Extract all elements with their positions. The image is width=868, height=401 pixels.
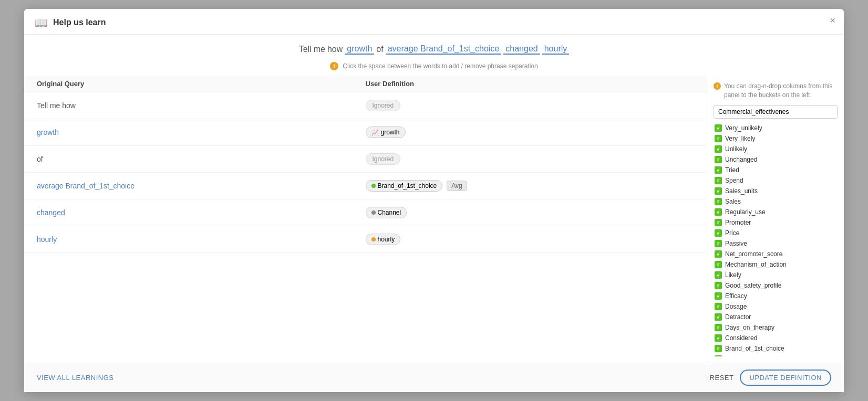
list-item[interactable]: #Very_likely (714, 133, 838, 144)
table-row: Tell me how Ignored (24, 92, 707, 119)
list-item[interactable]: #Good_safety_profile (714, 280, 838, 291)
column-name: Very_likely (725, 135, 755, 142)
list-item[interactable]: #Sales_units (714, 186, 838, 196)
original-text-changed: changed (37, 208, 366, 217)
trend-icon: 📈 (371, 129, 379, 136)
reset-button[interactable]: RESET (710, 374, 734, 382)
modal-overlay: 📖 Help us learn × Tell me how growth of … (0, 0, 868, 401)
modal-header: 📖 Help us learn × (24, 9, 844, 35)
query-chip-changed[interactable]: changed (503, 44, 540, 55)
list-item[interactable]: #Aware (714, 354, 838, 356)
list-item[interactable]: #Sales (714, 196, 838, 207)
list-item[interactable]: #Unchanged (714, 154, 838, 165)
col-type-icon: # (715, 334, 722, 342)
query-chip-brand[interactable]: average Brand_of_1st_choice (386, 44, 502, 55)
def-tag-label-hourly: hourly (378, 236, 395, 243)
col-type-icon: # (715, 177, 722, 184)
column-name: Brand_of_1st_choice (725, 345, 784, 352)
list-item[interactable]: #Tried (714, 165, 838, 175)
list-item[interactable]: #Promoter (714, 217, 838, 228)
list-item[interactable]: #Net_promoter_score (714, 249, 838, 259)
list-item[interactable]: #Detractor (714, 312, 838, 322)
original-text-of: of (37, 155, 366, 163)
def-tag-label-changed: Channel (378, 209, 401, 216)
table-row-of: of Ignored (24, 146, 707, 173)
list-item[interactable]: #Regularly_use (714, 207, 838, 217)
def-tag-growth[interactable]: 📈 growth (366, 126, 406, 138)
query-word-of: of (376, 45, 383, 54)
list-item[interactable]: #Efficacy (714, 291, 838, 301)
modal-body: Original Query User Definition Tell me h… (24, 76, 844, 363)
column-search-input[interactable] (714, 105, 838, 119)
column-name: Net_promoter_score (725, 250, 782, 258)
list-item[interactable]: #Unlikely (714, 144, 838, 154)
col-original-header: Original Query (37, 80, 366, 88)
col-type-icon: # (715, 229, 722, 237)
list-item[interactable]: #Dosage (714, 301, 838, 312)
list-item[interactable]: #Very_unlikely (714, 123, 838, 133)
col-type-icon: # (715, 187, 722, 195)
col-type-icon: # (715, 345, 722, 352)
list-item[interactable]: #Likely (714, 270, 838, 280)
list-item[interactable]: #Passive (714, 238, 838, 249)
column-name: Efficacy (725, 292, 747, 300)
column-name: Sales (725, 198, 741, 205)
definition-cell-growth: 📈 growth (366, 126, 695, 138)
column-name: Good_safety_profile (725, 282, 781, 289)
col-type-icon: # (715, 271, 722, 279)
column-name: Detractor (725, 313, 751, 321)
list-item[interactable]: #Brand_of_1st_choice (714, 343, 838, 354)
table-row-changed: changed Channel (24, 199, 707, 226)
panel-hint: i You can drag-n-drop columns from this … (714, 82, 838, 100)
column-name: Mechanism_of_action (725, 261, 787, 268)
column-name: Unchanged (725, 156, 757, 163)
col-type-icon: # (715, 198, 722, 205)
col-type-icon: # (715, 156, 722, 163)
column-name: Spend (725, 177, 743, 184)
def-tag-hourly[interactable]: hourly (366, 234, 401, 245)
hint-icon: i (330, 62, 338, 70)
view-all-learnings-link[interactable]: VIEW ALL LEARNINGS (37, 374, 114, 382)
definition-cell-tellmehow: Ignored (366, 100, 695, 111)
footer-right: RESET UPDATE DEFINITION (710, 370, 831, 386)
close-button[interactable]: × (830, 15, 835, 26)
query-word-me: me (314, 45, 325, 54)
def-tag-channel[interactable]: Channel (366, 207, 407, 218)
col-type-icon: # (715, 292, 722, 300)
col-type-icon: # (715, 303, 722, 310)
table-header: Original Query User Definition (24, 76, 707, 92)
original-text-tellmehow: Tell me how (37, 101, 366, 110)
update-definition-button[interactable]: UPDATE DEFINITION (740, 370, 831, 386)
avg-badge: Avg (447, 181, 467, 191)
column-name: Aware (725, 355, 743, 356)
column-name: Likely (725, 271, 741, 279)
col-type-icon: # (715, 240, 722, 247)
list-item[interactable]: #Spend (714, 175, 838, 186)
right-panel: i You can drag-n-drop columns from this … (707, 76, 844, 363)
definition-cell-hourly: hourly (366, 234, 695, 245)
column-name: Tried (725, 166, 739, 174)
col-type-icon: # (715, 166, 722, 174)
query-chip-hourly[interactable]: hourly (542, 44, 570, 55)
column-name: Price (725, 229, 739, 237)
col-type-icon: # (715, 355, 722, 356)
column-name: Unlikely (725, 145, 747, 153)
panel-hint-icon: i (714, 82, 721, 90)
list-item[interactable]: #Days_on_therapy (714, 322, 838, 333)
query-chip-growth[interactable]: growth (345, 44, 374, 55)
col-type-icon: # (715, 250, 722, 258)
modal-footer: VIEW ALL LEARNINGS RESET UPDATE DEFINITI… (24, 363, 844, 392)
column-list: #Very_unlikely#Very_likely#Unlikely#Unch… (714, 123, 838, 356)
list-item[interactable]: #Price (714, 228, 838, 238)
table-row-hourly: hourly hourly (24, 226, 707, 253)
column-name: Dosage (725, 303, 747, 310)
list-item[interactable]: #Mechanism_of_action (714, 259, 838, 270)
list-item[interactable]: #Considered (714, 333, 838, 343)
col-type-icon: # (715, 324, 722, 331)
def-tag-label-growth: growth (381, 129, 400, 136)
table-row-growth: growth 📈 growth (24, 119, 707, 146)
modal-container: 📖 Help us learn × Tell me how growth of … (24, 9, 844, 392)
def-tag-brand[interactable]: Brand_of_1st_choice (366, 180, 443, 192)
col-type-icon: # (715, 261, 722, 268)
definition-cell-brand: Brand_of_1st_choice Avg (366, 180, 695, 192)
